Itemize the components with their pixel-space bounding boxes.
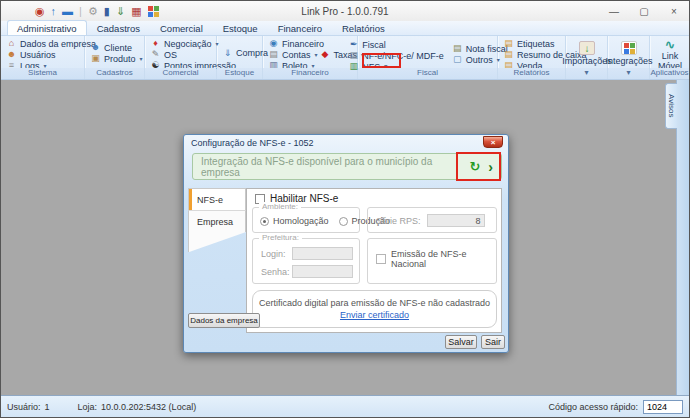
ribbon-item-etiquetas[interactable]: ▤ Etiquetas [502, 38, 562, 49]
radio-label: Homologação [273, 216, 329, 226]
ribbon-item-resumo-de-caixa[interactable]: ▤ Resumo de caixa [502, 49, 562, 60]
tab-cadastros[interactable]: Cadastros [87, 20, 150, 35]
tab-strip-slant [188, 232, 246, 252]
group-label-cadastros: Cadastros [85, 68, 144, 79]
ribbon-item-os[interactable]: ✎ OS [149, 49, 213, 60]
fiscal-icon: ✒ [348, 39, 359, 50]
usuario-value: 1 [45, 402, 50, 412]
senha-label: Senha: [261, 267, 287, 277]
minimize-button[interactable]: — [599, 1, 629, 21]
usuario-label: Usuário: [7, 402, 41, 412]
serie-rps-box: Série RPS: [367, 207, 497, 233]
report-icon[interactable]: ▦ [131, 6, 141, 17]
ribbon-item-integracoes[interactable]: Integrações [612, 40, 646, 66]
ribbon-group-relatorios: ▤ Etiquetas ▤ Resumo de caixa ▤ Venda Re… [498, 36, 566, 79]
item-label: Negociação [164, 39, 212, 49]
group-label-sistema: Sistema [1, 68, 84, 79]
ribbon-tab-row: Administrativo Cadastros Comercial Estoq… [1, 21, 689, 36]
codigo-acesso-input[interactable] [643, 400, 683, 414]
certificate-box: Certificado digital para emissão de NFS-… [252, 290, 497, 328]
item-label: Fiscal [362, 40, 386, 50]
app-logo-icon[interactable]: ◉ [35, 6, 45, 17]
nacional-checkbox[interactable]: Emissão de NFS-e Nacional [376, 249, 496, 269]
login-input[interactable] [292, 247, 353, 260]
negotiation-icon: ♦ [150, 38, 161, 49]
group-label-financeiro: Financeiro [263, 68, 357, 79]
nfe-icon: ▤ [348, 50, 359, 61]
side-panel-rail [676, 80, 689, 397]
ribbon-item-usuarios[interactable]: ☻ Usuários [5, 49, 81, 60]
login-label: Login: [261, 249, 287, 259]
ribbon-group-comercial: ♦ Negociação ▾ ✎ OS ☯ Pontos impressão C… [145, 36, 217, 79]
dialog-tab-empresa[interactable]: Empresa [188, 210, 246, 232]
chevron-right-icon[interactable]: › [488, 160, 493, 174]
tab-relatorios[interactable]: Relatórios [332, 20, 395, 35]
dialog-title: Configuração de NFS-e - 1052 [191, 138, 314, 148]
maximize-button[interactable]: ▢ [629, 1, 659, 21]
item-label: Contas [282, 50, 311, 60]
cash-summary-icon: ▤ [503, 49, 514, 60]
close-button[interactable]: × [659, 1, 689, 21]
ribbon-group-aplicativos: ∿ Link Móvel Aplicativos [650, 36, 689, 79]
company-icon: ⌂ [6, 38, 17, 49]
integracoes-dropdown[interactable]: ▾ [608, 68, 649, 79]
tab-estoque[interactable]: Estoque [213, 20, 268, 35]
ribbon-item-financeiro[interactable]: ◉ Financeiro [267, 38, 354, 49]
ribbon-item-negociacao[interactable]: ♦ Negociação ▾ [149, 38, 213, 49]
senha-input[interactable] [292, 265, 353, 278]
dialog-tab-nfse[interactable]: NFS-e [188, 188, 246, 210]
item-label: Produto [104, 54, 136, 64]
status-quick-code: Código acesso rápido: [548, 400, 683, 414]
gear-icon[interactable]: ⚙ [88, 6, 98, 17]
minus-pill-icon[interactable]: ▬ [62, 6, 73, 17]
item-label: Importações [562, 56, 612, 66]
nacional-box: Emissão de NFS-e Nacional [367, 238, 497, 284]
status-bar: Usuário: 1 Loja: 10.0.0.202:5432 (Local)… [1, 395, 689, 417]
dados-da-empresa-button[interactable]: Dados da empresa [188, 313, 260, 328]
tab-label: NFS-e [197, 195, 223, 205]
download-icon[interactable]: ⇓ [116, 6, 125, 17]
salvar-button[interactable]: Salvar [445, 335, 477, 349]
ribbon-item-compra[interactable]: ⇓ Compra [221, 48, 259, 59]
side-tab-avisos[interactable]: Avisos [665, 83, 677, 129]
importacoes-dropdown[interactable]: ▾ [566, 68, 607, 79]
finance-icon: ◉ [268, 38, 279, 49]
tab-financeiro[interactable]: Financeiro [268, 20, 332, 35]
ribbon-item-produto[interactable]: ▣ Produto ▾ [89, 53, 141, 64]
dialog-content-panel: Habilitar NFS-e Ambiente: Homologação Pr… [246, 188, 502, 333]
ribbon-group-cadastros: ☻ Cliente ▣ Produto ▾ Cadastros [85, 36, 145, 79]
loja-value: 10.0.0.202:5432 (Local) [101, 402, 196, 412]
ribbon-item-contas[interactable]: ▤ Contas ▾ [267, 49, 319, 60]
ribbon-item-dados-da-empresa[interactable]: ⌂ Dados da empresa [5, 38, 81, 49]
loja-label: Loja: [78, 402, 98, 412]
status-usuario: Usuário: 1 [7, 402, 50, 412]
ribbon-item-cliente[interactable]: ☻ Cliente [89, 42, 141, 53]
prefeitura-legend: Prefeitura: [259, 233, 302, 242]
enviar-certificado-link[interactable]: Enviar certificado [340, 310, 409, 320]
upload-icon[interactable]: ↑ [51, 6, 57, 17]
tax-tag-icon: ◆ [320, 49, 331, 60]
serie-rps-input[interactable] [427, 214, 485, 227]
ribbon-item-nfe[interactable]: ▤ NF-e/NFC-e/ MDF-e [347, 50, 445, 61]
dropdown-icon: ▾ [315, 51, 318, 58]
checkbox-icon [376, 254, 386, 264]
service-order-icon: ✎ [150, 49, 161, 60]
ribbon-group-integracoes: Integrações ▾ [608, 36, 650, 79]
prefeitura-fieldset: Prefeitura: Login: Senha: [252, 238, 360, 284]
ribbon-item-importacoes[interactable]: ↓ Importações [570, 40, 604, 66]
refresh-icon[interactable]: ↻ [469, 159, 480, 174]
ribbon-item-link-movel[interactable]: ∿ Link Móvel [654, 38, 686, 71]
ambiente-fieldset: Ambiente: Homologação Produção [252, 207, 360, 233]
users-icon: ☻ [6, 49, 17, 60]
tab-comercial[interactable]: Comercial [150, 20, 213, 35]
ribbon-item-fiscal[interactable]: ✒ Fiscal [347, 39, 445, 50]
tab-administrativo[interactable]: Administrativo [7, 20, 87, 35]
dialog-close-button[interactable]: × [483, 136, 503, 148]
book-icon[interactable]: ▮ [104, 6, 110, 17]
item-label: NF-e/NFC-e/ MDF-e [362, 51, 444, 61]
item-label: Integrações [605, 56, 652, 66]
sair-button[interactable]: Sair [481, 335, 505, 349]
apps-grid-icon[interactable] [148, 6, 159, 17]
tab-label: Empresa [197, 217, 233, 227]
radio-homologacao[interactable]: Homologação [260, 216, 329, 226]
